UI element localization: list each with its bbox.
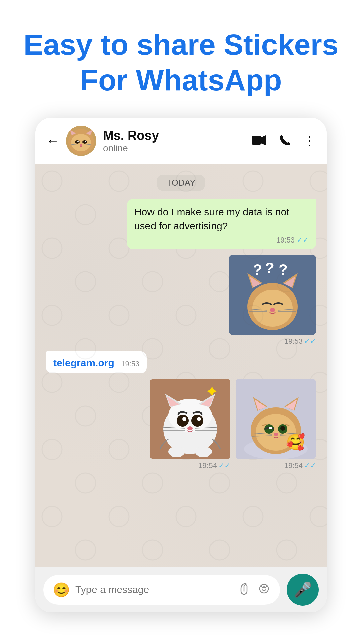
phone-call-icon[interactable] xyxy=(279,134,291,148)
svg-point-63 xyxy=(274,433,278,436)
svg-text:?: ? xyxy=(253,261,262,278)
sticker1-read-icon: ✓✓ xyxy=(218,461,230,470)
header-icons: ⋮ xyxy=(251,133,316,148)
message-time: 19:53 xyxy=(276,236,295,245)
sticker-image-2: 🥰 xyxy=(236,379,316,459)
sticker-read-icon: ✓✓ xyxy=(304,337,316,346)
svg-point-40 xyxy=(191,415,203,427)
svg-point-61 xyxy=(280,426,285,431)
hero-title: Easy to share Stickers For WhatsApp xyxy=(0,0,362,118)
camera-icon[interactable] xyxy=(258,582,270,598)
received-message: telegram.org 19:53 xyxy=(46,351,147,373)
svg-text:?: ? xyxy=(265,260,274,276)
svg-text:✦: ✦ xyxy=(205,383,219,400)
message-text: How do I make sure my data is not used f… xyxy=(134,205,309,233)
sticker-item-1: ✦ 19:54 ✓✓ xyxy=(150,379,230,470)
svg-point-9 xyxy=(85,141,86,142)
sticker-image-1: ✦ xyxy=(150,379,230,459)
phone-mockup: ← xyxy=(35,118,327,612)
sticker-image: ? ? ? xyxy=(229,255,316,335)
svg-point-43 xyxy=(187,426,193,430)
svg-text:?: ? xyxy=(279,261,288,278)
sticker-item-2: 🥰 19:54 ✓✓ xyxy=(236,379,316,470)
voice-message-button[interactable]: 🎤 xyxy=(287,574,319,606)
stickers-row: ✦ 19:54 ✓✓ xyxy=(150,379,316,470)
video-call-icon[interactable] xyxy=(251,135,266,147)
message-meta: 19:53 ✓✓ xyxy=(134,236,309,245)
mic-icon: 🎤 xyxy=(294,581,312,598)
read-receipt-icon: ✓✓ xyxy=(297,236,309,245)
sticker1-time: 19:54 ✓✓ xyxy=(198,461,230,470)
svg-point-24 xyxy=(270,308,275,312)
chat-input-bar: 😊 🎤 xyxy=(35,567,327,612)
svg-point-50 xyxy=(195,446,212,457)
svg-point-10 xyxy=(80,144,82,146)
svg-point-39 xyxy=(177,415,189,427)
svg-point-42 xyxy=(197,417,201,421)
message-time: 19:53 xyxy=(121,360,139,368)
contact-name: Ms. Rosy xyxy=(103,128,244,143)
svg-point-1 xyxy=(71,134,91,151)
sticker-time: 19:53 ✓✓ xyxy=(284,337,316,346)
sticker-message: ? ? ? 19:53 ✓✓ xyxy=(229,255,316,346)
sticker2-read-icon: ✓✓ xyxy=(304,461,316,470)
svg-point-72 xyxy=(266,585,267,586)
svg-point-7 xyxy=(82,140,87,144)
link-text[interactable]: telegram.org xyxy=(53,357,114,368)
svg-point-41 xyxy=(182,417,186,421)
svg-point-6 xyxy=(75,140,80,144)
chat-header: ← xyxy=(35,118,327,164)
more-menu-icon[interactable]: ⋮ xyxy=(303,133,316,148)
contact-info: Ms. Rosy online xyxy=(103,128,244,154)
chat-body: TODAY How do I make sure my data is not … xyxy=(35,164,327,567)
svg-rect-15 xyxy=(252,136,261,145)
emoji-button[interactable]: 😊 xyxy=(53,582,70,598)
svg-marker-16 xyxy=(261,135,266,145)
svg-point-8 xyxy=(77,141,79,142)
message-input-area[interactable]: 😊 xyxy=(43,575,280,605)
svg-point-49 xyxy=(168,446,185,457)
message-input[interactable] xyxy=(75,584,234,595)
attach-icon[interactable] xyxy=(240,582,252,598)
sticker2-time: 19:54 ✓✓ xyxy=(284,461,316,470)
sent-message: How do I make sure my data is not used f… xyxy=(127,199,316,249)
contact-status: online xyxy=(103,143,244,154)
svg-text:🥰: 🥰 xyxy=(286,433,305,451)
avatar xyxy=(66,126,96,156)
date-badge: TODAY xyxy=(157,178,205,188)
svg-point-62 xyxy=(269,427,272,429)
back-button[interactable]: ← xyxy=(46,133,59,149)
